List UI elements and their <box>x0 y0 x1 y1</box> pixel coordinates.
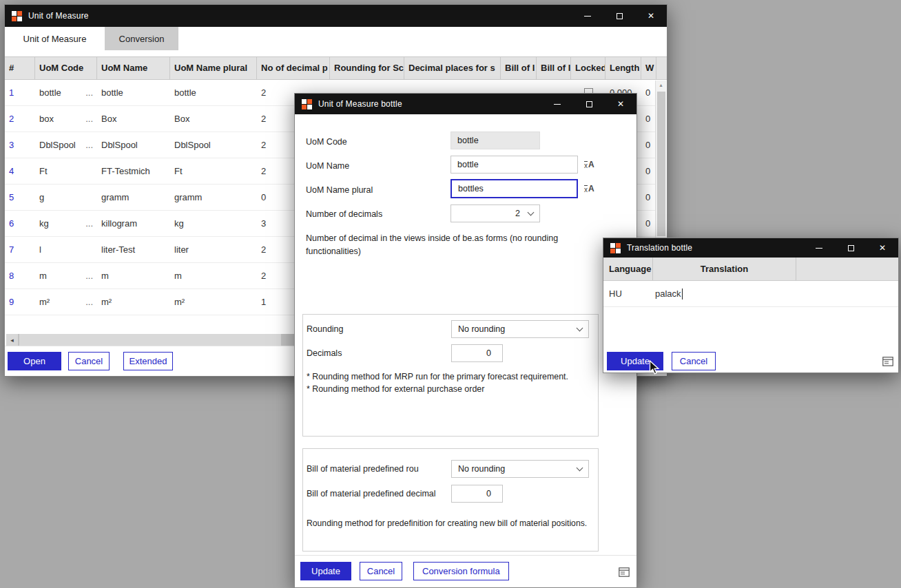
cell-num: 9 <box>5 289 35 315</box>
row-browse-button[interactable]: ... <box>85 80 93 105</box>
update-button[interactable]: Update <box>300 562 351 580</box>
cell-w: 0 <box>641 132 656 158</box>
close-button[interactable]: ✕ <box>635 5 667 27</box>
cell-num: 8 <box>5 263 35 288</box>
number-of-decimals-label: Number of decimals <box>306 209 382 219</box>
cell-plural: m <box>170 263 257 288</box>
maximize-button[interactable] <box>603 5 635 27</box>
cell-plural: bottle <box>170 80 257 105</box>
window-controls: ✕ <box>541 94 636 114</box>
minimize-icon <box>554 104 561 105</box>
cell-num: 2 <box>5 106 35 132</box>
maximize-button[interactable] <box>573 94 605 114</box>
translation-row[interactable]: HUpalack <box>603 281 898 307</box>
vertical-scroll-thumb[interactable] <box>657 92 665 236</box>
tab-unit-of-measure[interactable]: Unit of Measure <box>5 27 105 50</box>
column-header-11[interactable]: W <box>641 57 656 79</box>
column-header-5[interactable]: Rounding for Sc <box>330 57 404 79</box>
rounding-label: Rounding <box>307 324 344 334</box>
column-header-9[interactable]: Locked <box>571 57 605 79</box>
uom-dialog-titlebar: Unit of Measure bottle ✕ <box>295 94 636 114</box>
cancel-button[interactable]: Cancel <box>672 352 716 370</box>
window-controls: ✕ <box>803 238 898 258</box>
bom-rounding-select[interactable]: No rounding <box>451 460 589 478</box>
column-header-7[interactable]: Bill of I <box>501 57 537 79</box>
cell-num: 6 <box>5 211 35 236</box>
scroll-up-icon[interactable]: ▴ <box>656 81 666 90</box>
translation-dialog: Translation bottle ✕ LanguageTranslation… <box>603 238 899 373</box>
close-button[interactable]: ✕ <box>605 94 636 114</box>
minimize-button[interactable] <box>803 238 835 258</box>
uom-edit-dialog: Unit of Measure bottle ✕ UoM Code bottle… <box>294 93 637 588</box>
number-of-decimals-select[interactable]: 2 <box>450 204 540 222</box>
rounding-group: Rounding No rounding Decimals 0 * Roundi… <box>302 314 599 437</box>
rounding-note-2: * Rounding method for external purchase … <box>307 383 596 395</box>
cell-code: bottle... <box>35 80 97 105</box>
uom-name-label: UoM Name <box>306 161 349 171</box>
select-value: No rounding <box>458 324 505 334</box>
app-logo-icon <box>12 11 22 21</box>
cell-code: m²... <box>35 289 97 315</box>
column-header-1[interactable]: UoM Code <box>35 57 97 79</box>
cell-plural: DblSpool <box>170 132 257 158</box>
cell-num: 5 <box>5 185 35 210</box>
conversion-formula-button[interactable]: Conversion formula <box>413 562 509 580</box>
select-value: 2 <box>515 209 520 218</box>
column-header-3[interactable]: UoM Name plural <box>170 57 257 79</box>
table-header: #UoM CodeUoM NameUoM Name pluralNo of de… <box>5 56 667 80</box>
tab-conversion[interactable]: Conversion <box>105 27 178 50</box>
extended-button[interactable]: Extended <box>123 352 173 370</box>
cell-plural: liter <box>170 237 257 262</box>
cell-name: m² <box>97 289 170 315</box>
form-grid-icon[interactable] <box>882 357 893 366</box>
row-browse-button[interactable]: ... <box>85 263 93 288</box>
column-header-4[interactable]: No of decimal p <box>257 57 330 79</box>
maximize-button[interactable] <box>835 238 867 258</box>
horizontal-scroll-thumb[interactable] <box>19 334 281 346</box>
minimize-button[interactable] <box>541 94 573 114</box>
row-browse-button[interactable]: ... <box>85 132 93 158</box>
column-header-0[interactable]: # <box>5 57 35 79</box>
row-browse-button[interactable]: ... <box>85 289 93 315</box>
translation-input[interactable]: palack <box>653 281 796 306</box>
main-titlebar: Unit of Measure ✕ <box>5 5 667 27</box>
column-header-6[interactable]: Decimal places for s <box>404 57 501 79</box>
app-logo-icon <box>302 99 312 109</box>
cell-plural: gramm <box>170 185 257 210</box>
cancel-button[interactable]: Cancel <box>360 562 402 580</box>
cancel-button[interactable]: Cancel <box>68 352 110 370</box>
cell-name: DblSpool <box>97 132 170 158</box>
bom-group: Bill of material predefined rou No round… <box>302 448 599 552</box>
column-header-2[interactable]: UoM Name <box>97 57 170 79</box>
translation-titlebar: Translation bottle ✕ <box>603 238 898 258</box>
text-caret <box>682 288 683 300</box>
maximize-icon <box>586 101 592 107</box>
scroll-left-icon[interactable]: ◂ <box>6 334 18 346</box>
form-grid-icon[interactable] <box>619 567 630 577</box>
uom-name-plural-input[interactable]: bottles <box>450 179 578 198</box>
cell-name: Box <box>97 106 170 132</box>
tr-column-header-2[interactable] <box>796 258 899 280</box>
column-header-8[interactable]: Bill of I <box>537 57 571 79</box>
rounding-notes: * Rounding method for MRP run for the pr… <box>307 370 596 395</box>
cell-name: bottle <box>97 80 170 105</box>
rounding-select[interactable]: No rounding <box>451 320 589 338</box>
tr-column-header-1[interactable]: Translation <box>653 258 796 280</box>
row-browse-button[interactable]: ... <box>85 106 93 132</box>
column-header-10[interactable]: Length <box>605 57 641 79</box>
translate-icon[interactable]: xA <box>584 157 599 169</box>
decimals-label: Decimals <box>307 348 342 358</box>
tr-column-header-0[interactable]: Language <box>603 258 653 280</box>
translate-icon[interactable]: xA <box>584 181 599 193</box>
open-button[interactable]: Open <box>8 352 61 370</box>
uom-name-input[interactable]: bottle <box>450 156 578 174</box>
bom-rounding-label: Bill of material predefined rou <box>307 464 448 474</box>
minimize-icon <box>584 16 591 17</box>
close-button[interactable]: ✕ <box>867 238 898 258</box>
minimize-button[interactable] <box>572 5 603 27</box>
bom-decimals-input[interactable]: 0 <box>451 485 503 503</box>
cell-num: 3 <box>5 132 35 158</box>
row-browse-button[interactable]: ... <box>85 211 93 236</box>
decimals-input[interactable]: 0 <box>451 344 503 362</box>
cell-plural: m² <box>170 289 257 315</box>
